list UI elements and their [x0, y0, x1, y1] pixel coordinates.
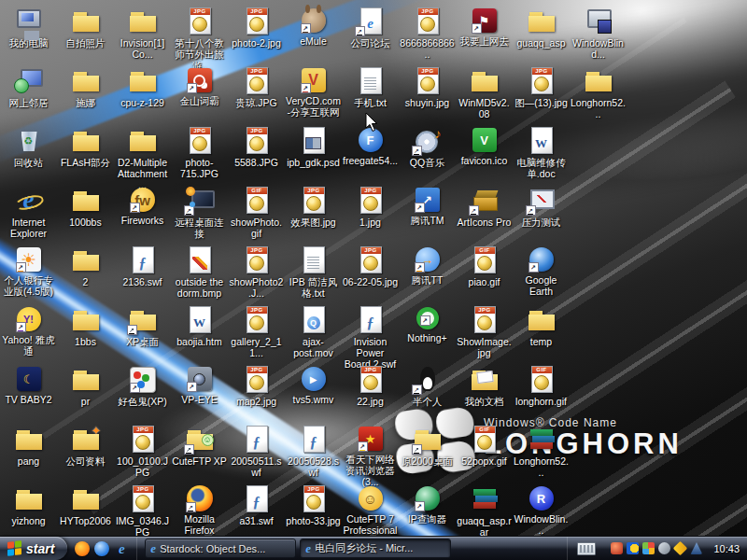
- desktop-icon[interactable]: ƒ2136.swf: [114, 245, 171, 287]
- desktop-icon[interactable]: JPG100_0100.JPG: [114, 424, 171, 478]
- desktop-icon[interactable]: 我的电脑: [0, 6, 57, 49]
- desktop-icon[interactable]: JPG1.jpg: [342, 185, 399, 228]
- taskbar-window-button[interactable]: eStardock: Object Des...: [145, 539, 296, 558]
- desktop-icon[interactable]: JPG8666866866..: [399, 6, 456, 60]
- desktop-icon[interactable]: pang: [0, 424, 57, 467]
- desktop-icon[interactable]: 回收站: [0, 125, 57, 168]
- desktop-icon[interactable]: HYTop2006: [57, 483, 114, 526]
- desktop-icon[interactable]: ☺CuteFTP 7 Professional: [342, 483, 399, 536]
- desktop-icon[interactable]: WindowBlind...: [570, 6, 627, 60]
- desktop-icon[interactable]: ⚑我要上网去: [456, 6, 513, 47]
- desktop-icon[interactable]: yizhong: [0, 483, 57, 526]
- desktop-icon[interactable]: 半个人: [399, 364, 456, 407]
- desktop-icon[interactable]: Mozilla Firefox: [171, 483, 228, 536]
- desktop-icon[interactable]: JPG图—(13).jpg: [513, 65, 570, 108]
- taskbar-window-button[interactable]: e电白同乡论坛 - Micr...: [300, 539, 451, 558]
- desktop-icon[interactable]: 远程桌面连接: [171, 185, 228, 239]
- desktop-icon[interactable]: Vfavicon.ico: [456, 125, 513, 166]
- desktop-icon[interactable]: Nothing+: [399, 304, 456, 343]
- desktop-icon[interactable]: 手机.txt: [342, 65, 399, 108]
- desktop-icon[interactable]: JPGgallery_2_11...: [228, 304, 285, 358]
- desktop-icon[interactable]: 我的文档: [456, 364, 513, 407]
- desktop-icon[interactable]: CuteFTP XP: [171, 424, 228, 467]
- media-player-quicklaunch-icon[interactable]: [94, 541, 109, 556]
- desktop-icon[interactable]: WinMD5v2.08: [456, 65, 513, 119]
- desktop-icon[interactable]: temp: [513, 304, 570, 347]
- desktop-icon[interactable]: cpu-z-129: [114, 65, 171, 108]
- desktop-icon[interactable]: JPGShowImage.jpg: [456, 304, 513, 358]
- desktop-icon[interactable]: ƒInvision Power Board 2.swf: [342, 304, 399, 370]
- desktop-icon[interactable]: ipb_gdk.psd: [285, 125, 342, 168]
- desktop-icon[interactable]: Longhorn52...: [570, 65, 627, 119]
- pencil-tool-tray-icon[interactable]: [673, 541, 688, 556]
- desktop-icon[interactable]: 网上邻居: [0, 65, 57, 108]
- desktop-icon[interactable]: ▶tvs5.wmv: [285, 364, 342, 405]
- desktop-icon[interactable]: Google Earth: [513, 245, 570, 297]
- tablet-pen-tray-icon[interactable]: [658, 542, 670, 554]
- internet-explorer-quicklaunch-icon[interactable]: e: [114, 541, 129, 556]
- desktop-icon[interactable]: ArtIcons Pro: [456, 185, 513, 228]
- desktop-icon[interactable]: JPGshuyin.jpg: [399, 65, 456, 108]
- desktop-icon[interactable]: FLAsH部分: [57, 125, 114, 168]
- start-button[interactable]: start: [0, 537, 67, 560]
- taskbar-clock[interactable]: 10:43: [713, 543, 740, 554]
- desktop-icon[interactable]: ƒ20050528.swf: [285, 424, 342, 478]
- desktop-icon[interactable]: VP-EYE: [171, 364, 228, 405]
- desktop-icon[interactable]: GIFlonghorn.gif: [513, 364, 570, 407]
- desktop-icon[interactable]: JPGIMG_0346.JPG: [114, 483, 171, 538]
- desktop-icon[interactable]: JPG贵琼.JPG: [228, 65, 285, 108]
- desktop-icon[interactable]: RWindowBlin...: [513, 483, 570, 536]
- desktop-icon[interactable]: ↗腾讯TM: [399, 185, 456, 226]
- desktop-icon[interactable]: ajax-post.mov: [285, 304, 342, 358]
- desktop-icon[interactable]: JPG06-22-05.jpg: [342, 245, 399, 287]
- desktop-icon[interactable]: VVeryCD.com -分享互联网: [285, 65, 342, 118]
- desktop-icon[interactable]: 1bbs: [57, 304, 114, 347]
- desktop-icon[interactable]: e公司论坛: [342, 6, 399, 49]
- desktop-icon[interactable]: →腾讯TT: [399, 245, 456, 286]
- kugoo-tray-icon[interactable]: [627, 542, 639, 554]
- desktop-icon[interactable]: 好色鬼(XP): [114, 364, 171, 407]
- antivirus-tray-icon[interactable]: [611, 542, 623, 554]
- desktop-icon[interactable]: JPGmap2.jpg: [228, 364, 285, 407]
- desktop-icon[interactable]: outside the dorm.bmp: [171, 245, 228, 299]
- desktop-icon[interactable]: W电脑维修传单.doc: [513, 125, 570, 179]
- desktop-icon[interactable]: JPGphoto-33.jpg: [285, 483, 342, 526]
- desktop-icon[interactable]: JPGshowPhoto2.J...: [228, 245, 285, 299]
- desktop-icon[interactable]: JPG效果图.jpg: [285, 185, 342, 228]
- msn-cube-tray-icon[interactable]: [642, 542, 655, 554]
- desktop-icon[interactable]: pr: [57, 364, 114, 407]
- desktop-icon[interactable]: Y!Yahoo! 雅虎通: [0, 304, 57, 357]
- desktop-icon[interactable]: JPGphoto-715.JPG: [171, 125, 228, 179]
- desktop-icon[interactable]: GIFshowPhoto.gif: [228, 185, 285, 239]
- desktop-icon[interactable]: JPG5588.JPG: [228, 125, 285, 168]
- desktop-icon[interactable]: JPG第十八个教师节外出旅游..: [171, 6, 228, 71]
- firefox-quicklaunch-icon[interactable]: [75, 541, 90, 556]
- desktop-icon[interactable]: QQ音乐: [399, 125, 456, 168]
- desktop-icon[interactable]: 自拍照片: [57, 6, 114, 49]
- desktop-icon[interactable]: Internet Explorer: [0, 185, 57, 239]
- desktop-icon[interactable]: IPB 简洁风格.txt: [285, 245, 342, 299]
- desktop-icon[interactable]: Invision[1] Co...: [114, 6, 171, 60]
- desktop-icon[interactable]: ★看天下网络资讯浏览器(3...: [342, 424, 399, 487]
- desktop-icon[interactable]: JPGphoto-2.jpg: [228, 6, 285, 49]
- desktop-icon[interactable]: ƒ20050511.swf: [228, 424, 285, 478]
- desktop-icon[interactable]: 金山词霸: [171, 65, 228, 106]
- desktop-icon[interactable]: JPG22.jpg: [342, 364, 399, 407]
- desktop-icon[interactable]: guaqq_asp.rar: [456, 483, 513, 538]
- desktop-icon[interactable]: 施娜: [57, 65, 114, 108]
- desktop-icon[interactable]: ☀个人银行专业版(4.5版): [0, 245, 57, 297]
- desktop-icon[interactable]: 原2000桌面: [399, 424, 456, 467]
- desktop-icon[interactable]: IP查询器: [399, 483, 456, 525]
- desktop-icon[interactable]: GIFpiao.gif: [456, 245, 513, 287]
- desktop-icon[interactable]: 公司资料: [57, 424, 114, 467]
- desktop-icon[interactable]: Longhorn52...: [513, 424, 570, 478]
- desktop-icon[interactable]: fwFireworks: [114, 185, 171, 226]
- desktop-icon[interactable]: guaqq_asp: [513, 6, 570, 49]
- desktop-icon[interactable]: XP桌面: [114, 304, 171, 347]
- desktop-icon[interactable]: ƒa31.swf: [228, 483, 285, 526]
- desktop-icon[interactable]: D2-Multiple Attachment ...: [114, 125, 171, 190]
- desktop-icon[interactable]: 2: [57, 245, 114, 287]
- network-status-tray-icon[interactable]: [690, 542, 702, 554]
- desktop-icon[interactable]: 100bbs: [57, 185, 114, 228]
- input-method-keyboard-icon[interactable]: [577, 542, 596, 555]
